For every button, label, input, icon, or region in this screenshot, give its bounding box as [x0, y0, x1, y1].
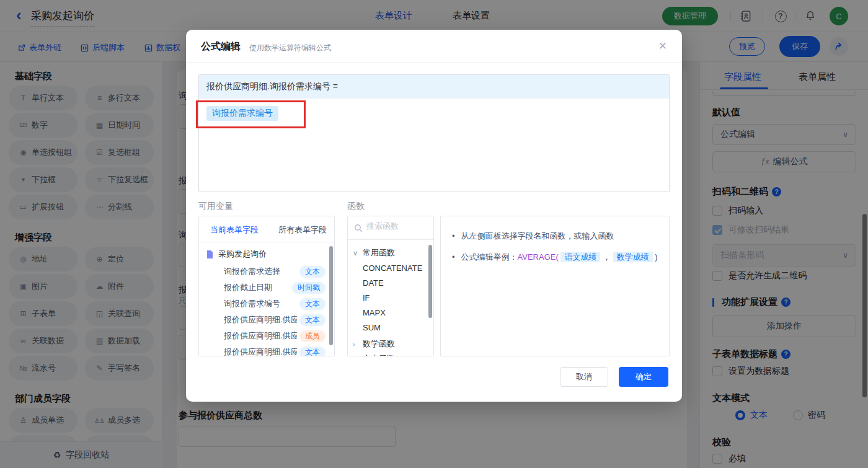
variable-name: 询报价需求选择	[224, 266, 280, 277]
function-search-row	[348, 216, 433, 240]
variable-row[interactable]: 询报价需求编号文本	[199, 296, 334, 312]
type-badge: 成员	[299, 330, 326, 342]
close-icon[interactable]: ✕	[658, 40, 667, 53]
search-icon	[354, 224, 363, 232]
group-label: 文本函数	[363, 353, 395, 356]
formula-target-bar: 报价供应商明细.询报价需求编号 =	[199, 75, 669, 99]
cancel-button[interactable]: 取消	[560, 367, 608, 387]
formula-editor-dialog: 公式编辑 使用数学运算符编辑公式 ✕ 报价供应商明细.询报价需求编号 = 询报价…	[186, 30, 682, 402]
tab-all-form-fields[interactable]: 所有表单字段	[278, 224, 327, 236]
variable-name: 报价供应商明细.供应商	[224, 330, 297, 342]
dialog-subtitle: 使用数学运算符编辑公式	[249, 43, 331, 53]
variable-name: 询报价需求编号	[224, 298, 280, 309]
caret-right-icon: ›	[353, 340, 359, 348]
example-close: )	[655, 252, 657, 262]
function-name: MAPX	[363, 308, 386, 317]
variables-scrollbar[interactable]	[329, 246, 333, 345]
variable-row[interactable]: 询报价需求选择文本	[199, 263, 334, 280]
bullet-icon: •	[452, 230, 455, 242]
formula-content-area[interactable]: 询报价需求编号	[199, 99, 669, 128]
dialog-header-divider	[186, 62, 682, 63]
functions-scrollbar[interactable]	[428, 245, 432, 318]
formula-target-text: 报价供应商明细.询报价需求编号 =	[206, 81, 338, 92]
function-name: IF	[363, 293, 370, 302]
help-panel: • 从左侧面板选择字段名和函数，或输入函数 • 公式编辑举例：AVERAGE( …	[440, 216, 670, 356]
example-field-chip: 数学成绩	[613, 252, 653, 262]
tree-root-form[interactable]: 采购发起询价	[199, 246, 334, 262]
variable-name: 报价截止日期	[224, 282, 272, 293]
function-name: DATE	[363, 278, 384, 288]
variable-row[interactable]: 报价供应商明细.供应商成员	[199, 328, 334, 344]
dialog-title: 公式编辑	[201, 40, 241, 53]
function-group-text[interactable]: ›文本函数	[353, 353, 395, 356]
type-badge: 时间戳	[292, 282, 326, 294]
caret-down-icon: ∨	[353, 249, 359, 257]
type-badge: 文本	[299, 347, 326, 357]
group-label: 数学函数	[363, 338, 395, 350]
confirm-button[interactable]: 确定	[619, 367, 668, 387]
example-function: AVERAGE(	[518, 252, 559, 262]
variables-panel: 当前表单字段 所有表单字段 采购发起询价 询报价需求选择文本 报价截止日期时间戳…	[198, 216, 335, 356]
variables-label: 可用变量	[198, 201, 233, 212]
app-root: ‹ 采购发起询价 表单设计 表单设置 数据管理 ? C 表单外链	[0, 0, 868, 468]
file-icon	[206, 250, 213, 258]
function-name: SUM	[363, 323, 381, 332]
example-comma: ，	[603, 252, 611, 262]
function-group-math[interactable]: ›数学函数	[353, 338, 395, 350]
variable-name: 报价供应商明细.供应...	[224, 314, 297, 325]
help-line-2: • 公式编辑举例：AVERAGE( 语文成绩 ， 数学成绩 )	[452, 251, 658, 263]
function-name: CONCATENATE	[363, 263, 422, 273]
functions-label: 函数	[347, 201, 365, 212]
variable-row[interactable]: 报价截止日期时间戳	[199, 280, 334, 296]
help-example: 公式编辑举例：AVERAGE( 语文成绩 ， 数学成绩 )	[461, 251, 658, 263]
formula-editor-box[interactable]: 报价供应商明细.询报价需求编号 = 询报价需求编号	[198, 74, 670, 192]
formula-field-chip[interactable]: 询报价需求编号	[206, 106, 278, 121]
function-search-input[interactable]	[366, 221, 428, 231]
type-badge: 文本	[299, 298, 326, 310]
variables-tabs: 当前表单字段 所有表单字段	[199, 216, 334, 242]
example-prefix: 公式编辑举例：	[461, 252, 518, 262]
tree-root-label: 采购发起询价	[218, 249, 267, 260]
help-line-1: • 从左侧面板选择字段名和函数，或输入函数	[452, 230, 614, 242]
help-text: 从左侧面板选择字段名和函数，或输入函数	[461, 230, 614, 242]
variable-row[interactable]: 报价供应商明细.供应...文本	[199, 312, 334, 328]
bullet-icon: •	[452, 251, 455, 263]
group-label: 常用函数	[363, 247, 395, 258]
variable-row[interactable]: 报价供应商明细.供应...文本	[199, 344, 334, 356]
type-badge: 文本	[299, 314, 326, 326]
type-badge: 文本	[299, 266, 326, 278]
example-field-chip: 语文成绩	[560, 252, 600, 262]
function-item[interactable]: IF	[363, 293, 370, 302]
function-item[interactable]: MAPX	[363, 308, 386, 317]
variable-name: 报价供应商明细.供应...	[224, 347, 297, 356]
caret-right-icon: ›	[353, 355, 359, 356]
function-item[interactable]: CONCATENATE	[363, 263, 422, 273]
function-item[interactable]: SUM	[363, 323, 381, 332]
function-group-common[interactable]: ∨常用函数	[353, 247, 395, 258]
functions-panel: ∨常用函数 CONCATENATE DATE IF MAPX SUM ›数学函数…	[347, 216, 434, 356]
tab-current-form-fields[interactable]: 当前表单字段	[210, 224, 259, 236]
function-item[interactable]: DATE	[363, 278, 384, 288]
